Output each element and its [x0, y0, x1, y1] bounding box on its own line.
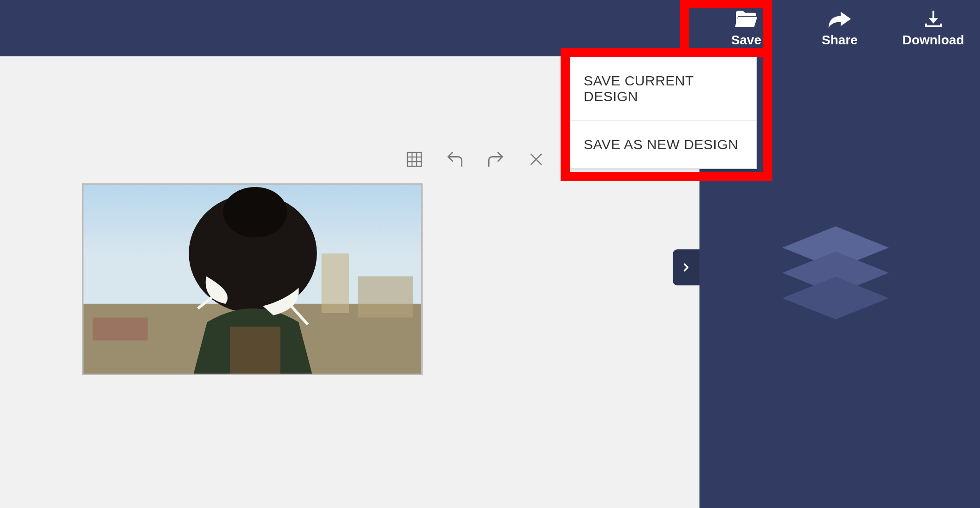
- share-arrow-icon: [827, 9, 852, 29]
- app-root: Save Share Download SAVE CURRENT DESIGN …: [0, 0, 980, 508]
- svg-rect-0: [407, 152, 421, 166]
- grid-icon[interactable]: [404, 149, 425, 170]
- svg-rect-11: [93, 318, 148, 341]
- download-label: Download: [902, 33, 964, 48]
- svg-rect-14: [230, 327, 280, 375]
- share-label: Share: [822, 33, 858, 48]
- folder-open-icon: [734, 9, 759, 29]
- svg-rect-9: [322, 254, 349, 313]
- canvas-image[interactable]: [82, 183, 423, 375]
- save-current-design-item[interactable]: SAVE CURRENT DESIGN: [570, 57, 756, 120]
- photo-placeholder-icon: [84, 185, 421, 375]
- svg-point-13: [223, 187, 287, 237]
- close-icon[interactable]: [526, 149, 547, 170]
- redo-icon[interactable]: [485, 149, 506, 170]
- svg-rect-10: [358, 276, 413, 317]
- download-icon: [921, 9, 946, 29]
- save-dropdown: SAVE CURRENT DESIGN SAVE AS NEW DESIGN: [569, 56, 757, 169]
- expand-panel-button[interactable]: [673, 249, 699, 285]
- download-button[interactable]: Download: [892, 0, 975, 56]
- save-label: Save: [731, 33, 761, 48]
- svg-marker-19: [783, 277, 889, 319]
- save-as-new-design-item[interactable]: SAVE AS NEW DESIGN: [570, 120, 756, 168]
- share-button[interactable]: Share: [798, 0, 881, 56]
- save-button[interactable]: Save: [705, 0, 788, 56]
- undo-icon[interactable]: [444, 149, 466, 170]
- chevron-right-icon: [680, 261, 693, 274]
- topbar-actions: Save Share Download: [699, 0, 980, 56]
- layers-icon[interactable]: [773, 226, 898, 325]
- canvas-toolbar: [404, 149, 547, 170]
